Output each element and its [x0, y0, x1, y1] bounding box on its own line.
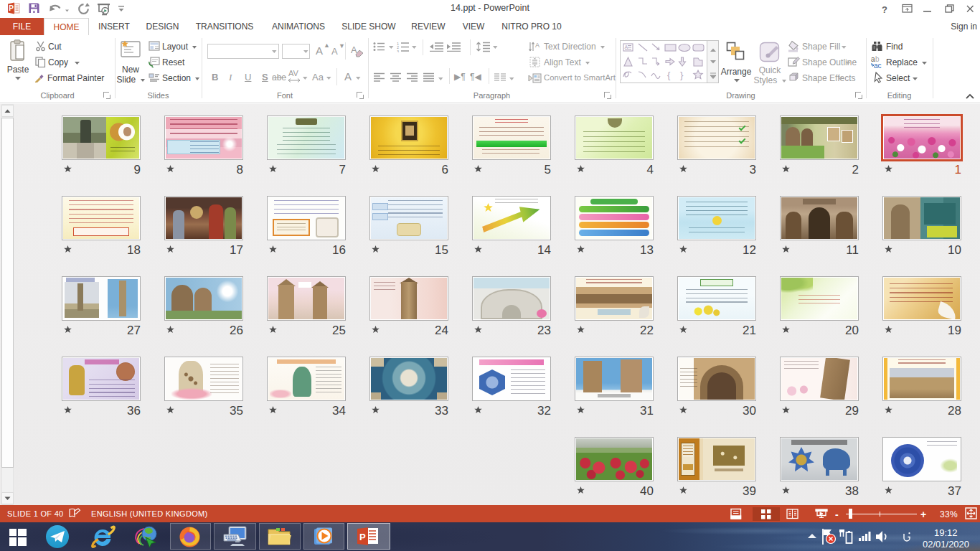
- svg-text:ac: ac: [874, 62, 882, 69]
- svg-text:}: }: [680, 70, 684, 80]
- svg-text:?: ?: [882, 4, 887, 15]
- svg-text:3: 3: [397, 50, 399, 53]
- svg-text:{: {: [667, 70, 671, 80]
- svg-text:A: A: [535, 42, 540, 49]
- svg-text:A: A: [625, 44, 628, 50]
- svg-text:P: P: [9, 4, 14, 12]
- svg-text:P: P: [359, 532, 366, 542]
